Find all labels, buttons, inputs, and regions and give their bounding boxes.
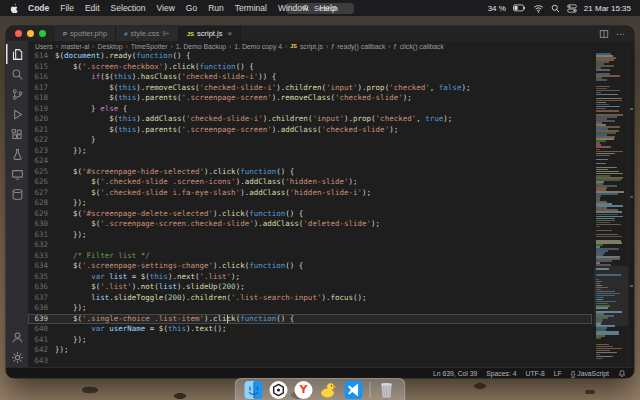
- tab-style.css[interactable]: #style.css9+: [116, 26, 179, 41]
- activity-item-testing[interactable]: [6, 144, 28, 164]
- menu-item-go[interactable]: Go: [186, 3, 197, 13]
- code-line[interactable]: 615 $('.screen-checkbox').click(function…: [28, 62, 592, 73]
- breadcrumb-item[interactable]: master-al: [61, 43, 89, 50]
- close-window-button[interactable]: [15, 30, 22, 37]
- line-number: 619: [28, 104, 55, 115]
- activity-item-run-debug[interactable]: [6, 104, 28, 124]
- split-editor-icon[interactable]: [599, 29, 609, 39]
- code-line[interactable]: 626 $('.checked-slide .screen-icons').ad…: [28, 177, 592, 188]
- minimap[interactable]: [594, 51, 628, 367]
- tab-script.js[interactable]: JSscript.js×: [179, 26, 241, 41]
- activity-item-settings[interactable]: [6, 347, 28, 367]
- activity-item-extensions[interactable]: [6, 124, 28, 144]
- code-line[interactable]: 616 if($(this).hasClass('checked-slide-i…: [28, 72, 592, 83]
- code-line[interactable]: 643: [28, 356, 592, 367]
- code-line[interactable]: 622 }: [28, 135, 592, 146]
- activity-item-remote[interactable]: [6, 164, 28, 184]
- menubar-clock[interactable]: 21 Mar 15:35: [584, 4, 631, 13]
- search-icon: [302, 4, 310, 12]
- js-file-icon: JS: [187, 31, 194, 37]
- code-line[interactable]: 628 });: [28, 198, 592, 209]
- more-actions-icon[interactable]: ⋯: [616, 29, 625, 39]
- code-line[interactable]: 639 $('.single-choice .list-item').click…: [28, 314, 592, 325]
- dock-item-cyberduck[interactable]: [320, 381, 338, 399]
- notifications-bell-icon[interactable]: [618, 369, 626, 378]
- menu-item-terminal[interactable]: Terminal: [235, 3, 267, 13]
- breadcrumb-item[interactable]: script.js: [300, 43, 323, 50]
- breadcrumb-item[interactable]: 1. Demo copy 4: [234, 43, 282, 50]
- code-line[interactable]: 636 $('.list').not(list).slideUp(200);: [28, 282, 592, 293]
- activity-item-source-control[interactable]: [6, 84, 28, 104]
- code-line[interactable]: 620 $(this).addClass('checked-slide-i').…: [28, 114, 592, 125]
- zoom-window-button[interactable]: [39, 30, 46, 37]
- code-line[interactable]: 631 });: [28, 230, 592, 241]
- menubar-search-label: Search: [314, 4, 338, 13]
- activity-item-search[interactable]: [6, 64, 28, 84]
- control-center-icon[interactable]: [567, 4, 577, 13]
- spotlight-icon[interactable]: [551, 4, 560, 13]
- wifi-icon[interactable]: [533, 4, 544, 13]
- breadcrumb-item[interactable]: Desktop: [98, 43, 123, 50]
- code-text: $('.screenpage-settings-change').click(f…: [55, 261, 592, 272]
- breadcrumb-item[interactable]: 1. Demo Backup: [176, 43, 226, 50]
- minimize-window-button[interactable]: [27, 30, 34, 37]
- code-line[interactable]: 617 $(this).removeClass('checked-slide-i…: [28, 83, 592, 94]
- menu-item-edit[interactable]: Edit: [85, 3, 100, 13]
- code-line[interactable]: 630 $('.screenpage-screen.checked-slide'…: [28, 219, 592, 230]
- status-item-ln-639-col-39[interactable]: Ln 639, Col 39: [433, 370, 477, 377]
- dock-item-vscode[interactable]: [345, 381, 363, 399]
- status-item-utf-8[interactable]: UTF-8: [526, 370, 545, 377]
- code-line[interactable]: 629 $('#screenpage-delete-selected').cli…: [28, 209, 592, 220]
- code-line[interactable]: 627 $('.checked-slide i.fa-eye-slash').a…: [28, 188, 592, 199]
- tab-bar: Pspotter.php#style.css9+JSscript.js× ⋯: [6, 26, 634, 41]
- menu-item-code[interactable]: Code: [28, 3, 49, 13]
- code-line[interactable]: 624: [28, 156, 592, 167]
- status-item-spaces-4[interactable]: Spaces: 4: [486, 370, 516, 377]
- code-line[interactable]: 642});: [28, 345, 592, 356]
- status-item-lf[interactable]: LF: [554, 370, 562, 377]
- code-line[interactable]: 625 $('#screenpage-hide-selected').click…: [28, 167, 592, 178]
- menubar-search[interactable]: Search: [286, 3, 354, 14]
- code-text: $(document).ready(function() {: [55, 51, 592, 62]
- close-tab-icon[interactable]: ×: [227, 29, 232, 38]
- status-item-javascript[interactable]: {}JavaScript: [571, 370, 609, 377]
- menu-item-view[interactable]: View: [157, 3, 175, 13]
- code-line[interactable]: 640 var userName = $(this).text();: [28, 324, 592, 335]
- code-line[interactable]: 614$(document).ready(function() {: [28, 51, 592, 62]
- code-line[interactable]: 638 });: [28, 303, 592, 314]
- dock-item-finder[interactable]: [245, 381, 263, 399]
- code-line[interactable]: 623 });: [28, 146, 592, 157]
- minimap-slider[interactable]: [594, 266, 628, 326]
- code-line[interactable]: 618 $(this).parents('.screenpage-screen'…: [28, 93, 592, 104]
- code-line[interactable]: 621 $(this).parents('.screenpage-screen'…: [28, 125, 592, 136]
- database-icon: [11, 188, 24, 201]
- breadcrumb-item[interactable]: click() callback: [400, 43, 444, 50]
- activity-item-explorer[interactable]: [6, 44, 28, 64]
- menu-item-selection[interactable]: Selection: [111, 3, 146, 13]
- breadcrumb-item[interactable]: ready() callback: [337, 43, 385, 50]
- code-line[interactable]: 637 list.slideToggle(200).children('.lis…: [28, 293, 592, 304]
- dock-item-yandex[interactable]: Y: [295, 381, 313, 399]
- activity-item-database[interactable]: [6, 184, 28, 204]
- menu-item-run[interactable]: Run: [208, 3, 224, 13]
- code-line[interactable]: 619 } else {: [28, 104, 592, 115]
- dock-item-trash[interactable]: [378, 381, 396, 399]
- overview-ruler[interactable]: [628, 51, 634, 367]
- code-line[interactable]: 632: [28, 240, 592, 251]
- battery-icon[interactable]: [513, 4, 526, 12]
- activity-item-account[interactable]: [6, 327, 28, 347]
- apple-menu-icon[interactable]: [9, 2, 19, 14]
- activity-bar: [6, 41, 28, 367]
- breadcrumb-item[interactable]: Users: [35, 43, 53, 50]
- code-line[interactable]: 635 var list = $(this).next('.list');: [28, 272, 592, 283]
- tab-actions: ⋯: [599, 26, 634, 41]
- tab-spotter.php[interactable]: Pspotter.php: [55, 26, 116, 41]
- menu-item-file[interactable]: File: [60, 3, 74, 13]
- line-number: 640: [28, 324, 55, 335]
- dock-item-chatgpt[interactable]: [270, 381, 288, 399]
- code-line[interactable]: 641 });: [28, 335, 592, 346]
- code-text: $('.checked-slide i.fa-eye-slash').addCl…: [55, 188, 592, 199]
- code-line[interactable]: 633 /* Filter list */: [28, 251, 592, 262]
- breadcrumb-item[interactable]: TimeSpotter: [131, 43, 168, 50]
- code-line[interactable]: 634 $('.screenpage-settings-change').cli…: [28, 261, 592, 272]
